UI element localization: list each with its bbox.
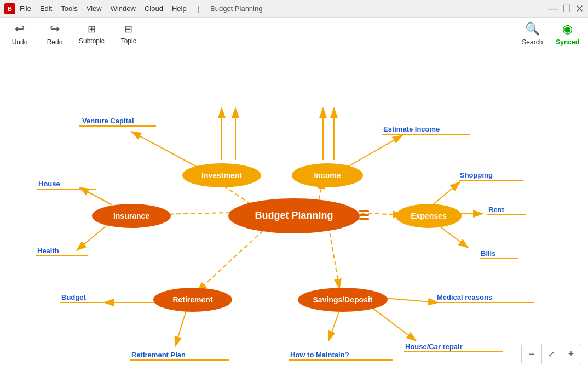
menu-edit[interactable]: Edit: [40, 4, 52, 13]
expenses-label: Expenses: [411, 212, 447, 220]
shopping-leaf: Shopping: [459, 171, 523, 180]
investment-node[interactable]: Investment: [182, 163, 261, 187]
venture-capital-leaf: Venture Capital: [79, 117, 156, 126]
zoom-fit-button[interactable]: ⤢: [541, 344, 561, 364]
svg-line-5: [328, 226, 339, 289]
subtopic-button[interactable]: ⊞ Subtopic: [79, 23, 105, 45]
menu-file[interactable]: File: [20, 4, 31, 13]
bills-leaf: Bills: [480, 249, 518, 259]
synced-icon: ◉: [562, 22, 573, 36]
zoom-in-button[interactable]: +: [561, 344, 581, 364]
menu-view[interactable]: View: [87, 4, 102, 13]
menu-bar: File Edit Tools View Window Cloud Help |…: [20, 4, 548, 13]
menu-tools[interactable]: Tools: [61, 4, 77, 13]
svg-line-20: [175, 311, 186, 346]
svg-rect-27: [359, 218, 369, 220]
estimate-income-label: Estimate Income: [383, 125, 440, 133]
savings-label: Savings/Deposit: [313, 295, 373, 304]
search-label: Search: [522, 38, 543, 46]
bills-label: Bills: [481, 249, 495, 258]
house-car-repair-leaf: House/Car repair: [404, 343, 503, 352]
synced-button[interactable]: ◉ Synced: [556, 22, 579, 46]
svg-line-6: [197, 226, 268, 292]
window-title: Budget Planning: [210, 4, 262, 13]
income-label: Income: [314, 171, 341, 180]
budget-label: Budget: [61, 293, 86, 301]
how-to-maintain-label: How to Maintain?: [290, 351, 349, 359]
close-button[interactable]: ✕: [575, 3, 584, 15]
estimate-income-leaf: Estimate Income: [382, 125, 470, 134]
income-node[interactable]: Income: [292, 163, 363, 187]
subtopic-label: Subtopic: [79, 37, 105, 45]
search-button[interactable]: 🔍 Search: [522, 22, 543, 46]
expenses-node[interactable]: Expenses: [396, 204, 462, 228]
toolbar-right: 🔍 Search ◉ Synced: [522, 22, 579, 46]
title-divider: |: [198, 4, 199, 13]
house-car-repair-label: House/Car repair: [405, 343, 463, 351]
topic-label: Topic: [121, 37, 136, 45]
undo-button[interactable]: ↩ Undo: [9, 22, 31, 46]
svg-rect-26: [359, 214, 369, 216]
how-to-maintain-leaf: How to Maintain?: [289, 351, 393, 360]
mindmap-svg: Budget Planning Investment Income Expens…: [0, 50, 588, 371]
shopping-label: Shopping: [460, 171, 493, 179]
svg-line-21: [383, 298, 438, 302]
svg-line-14: [433, 182, 460, 205]
redo-button[interactable]: ↪ Redo: [44, 22, 66, 46]
savings-node[interactable]: Savings/Deposit: [298, 288, 388, 312]
redo-label: Redo: [47, 38, 63, 46]
minimize-button[interactable]: —: [548, 3, 558, 15]
svg-line-11: [345, 135, 402, 168]
medical-reasons-label: Medical reasons: [437, 293, 492, 301]
svg-line-17: [79, 187, 112, 205]
menu-cloud[interactable]: Cloud: [145, 4, 163, 13]
undo-icon: ↩: [15, 22, 25, 36]
maximize-button[interactable]: ☐: [562, 3, 571, 15]
window-controls: — ☐ ✕: [548, 3, 584, 15]
subtopic-icon: ⊞: [88, 23, 96, 35]
house-label: House: [38, 180, 60, 188]
retirement-plan-label: Retirement Plan: [131, 351, 186, 359]
central-node[interactable]: Budget Planning: [228, 198, 369, 233]
house-leaf: House: [37, 180, 96, 189]
topic-icon: ⊟: [124, 23, 132, 35]
titlebar: B File Edit Tools View Window Cloud Help…: [0, 0, 588, 18]
svg-line-22: [372, 308, 416, 341]
svg-rect-25: [359, 210, 369, 212]
insurance-label: Insurance: [113, 212, 149, 220]
mindmap-canvas[interactable]: Budget Planning Investment Income Expens…: [0, 50, 588, 371]
zoom-out-button[interactable]: −: [522, 344, 541, 364]
venture-capital-label: Venture Capital: [82, 117, 134, 125]
budget-leaf: Budget: [60, 293, 115, 302]
synced-label: Synced: [556, 38, 579, 46]
investment-label: Investment: [201, 171, 242, 180]
retirement-plan-leaf: Retirement Plan: [130, 351, 229, 360]
insurance-node[interactable]: Insurance: [92, 204, 171, 228]
svg-line-18: [77, 223, 109, 250]
menu-help[interactable]: Help: [172, 4, 187, 13]
menu-window[interactable]: Window: [111, 4, 136, 13]
svg-line-23: [328, 311, 339, 341]
central-node-label: Budget Planning: [255, 210, 333, 221]
medical-reasons-leaf: Medical reasons: [436, 293, 534, 302]
search-icon: 🔍: [525, 22, 540, 36]
undo-label: Undo: [12, 38, 28, 46]
zoom-controls: − ⤢ +: [521, 344, 581, 364]
svg-line-8: [131, 132, 203, 170]
retirement-node[interactable]: Retirement: [153, 288, 232, 312]
toolbar: ↩ Undo ↪ Redo ⊞ Subtopic ⊟ Topic 🔍 Searc…: [0, 18, 588, 50]
rent-leaf: Rent: [487, 206, 526, 215]
health-label: Health: [37, 247, 59, 255]
app-icon: B: [4, 3, 15, 14]
retirement-label: Retirement: [172, 295, 212, 304]
rent-label: Rent: [488, 206, 505, 214]
redo-icon: ↪: [50, 22, 60, 36]
topic-button[interactable]: ⊟ Topic: [118, 23, 140, 45]
